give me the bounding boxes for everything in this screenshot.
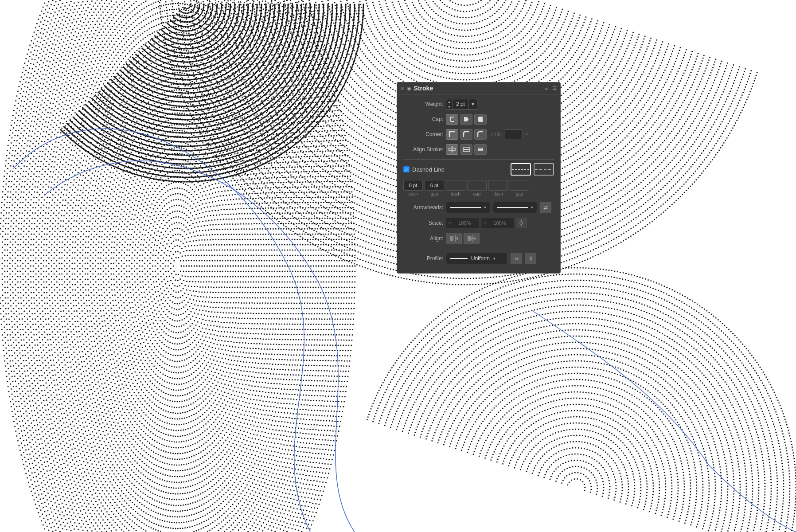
arrowhead-end-line (497, 207, 528, 208)
dash-sublabel-3: dash (493, 192, 503, 196)
arrowhead-swap-button[interactable]: ⇄ (540, 202, 551, 213)
gap-sublabel-1: gap (431, 192, 438, 196)
profile-dropdown-icon: ▾ (493, 256, 496, 261)
dashed-line-label: Dashed Line (412, 166, 445, 173)
dash-gap-row: dash gap dash gap dash gap (403, 180, 554, 196)
dash-field-3: dash (488, 180, 508, 196)
scale-input-1[interactable] (453, 218, 477, 228)
arrowhead-end-select[interactable]: ▾ (493, 202, 537, 213)
weight-spinner[interactable]: ▲ ▼ (446, 99, 453, 110)
gap-input-3[interactable] (510, 180, 529, 191)
align-row: Align: (403, 233, 554, 244)
arrowhead-end-dropdown-icon: ▾ (531, 205, 533, 210)
dash-pattern-button-1[interactable] (511, 163, 531, 176)
bevel-corner-button[interactable] (474, 129, 487, 140)
gap-field-3: gap (510, 180, 529, 196)
panel-menu-button[interactable]: ≡ (553, 84, 557, 92)
scale-input-group: ↺ ↺ (446, 218, 527, 228)
limit-close-icon[interactable]: × (525, 131, 528, 137)
weight-spinner-up[interactable]: ▲ (446, 99, 452, 104)
dash-pattern-buttons (511, 163, 554, 176)
dash-pattern-button-2[interactable] (534, 163, 554, 176)
gap-sublabel-2: gap (473, 192, 481, 196)
panel-collapse-button[interactable]: « (545, 85, 548, 92)
dash-field-2: dash (446, 180, 465, 196)
align-stroke-row: Align Stroke: (403, 144, 554, 155)
panel-title-icon: ◉ (407, 86, 411, 91)
scale-label: Scale: (403, 220, 443, 226)
arrowhead-start-line (450, 207, 481, 208)
weight-spinner-down[interactable]: ▼ (446, 104, 452, 110)
scale-row: Scale: ↺ ↺ (403, 218, 554, 228)
svg-rect-4 (478, 117, 479, 121)
svg-rect-5 (479, 117, 483, 122)
gap-input-1[interactable] (425, 180, 444, 191)
panel-titlebar: × ◉ Stroke « ≡ (397, 82, 560, 94)
panel-close-button[interactable]: × (401, 86, 404, 91)
profile-select[interactable]: Uniform ▾ (446, 253, 508, 264)
scale-input-2[interactable] (488, 218, 512, 228)
weight-value: 2 pt (453, 99, 468, 110)
gap-sublabel-3: gap (516, 192, 523, 196)
corner-row: Corner: Limit: (403, 129, 554, 140)
dashed-line-row: ✓ Dashed Line (403, 163, 554, 176)
gap-field-2: gap (467, 180, 487, 196)
dash-input-2[interactable] (446, 180, 465, 191)
cap-row: Cap: (403, 114, 554, 125)
stroke-panel: × ◉ Stroke « ≡ Weight: ▲ ▼ 2 pt ▾ Cap: (397, 82, 561, 274)
svg-rect-0 (450, 117, 451, 121)
dash-input-1[interactable] (403, 180, 423, 191)
dash-sublabel-2: dash (451, 192, 460, 196)
dashed-line-checkbox-label[interactable]: ✓ Dashed Line (403, 166, 445, 173)
arrowhead-start-select[interactable]: ▾ (446, 202, 490, 213)
profile-label: Profile: (403, 255, 443, 262)
arrowheads-row: Arrowheads: ▾ ▾ ⇄ (403, 202, 554, 213)
arrowheads-label: Arrowheads: (403, 204, 443, 211)
dash-field-1: dash (403, 180, 423, 196)
panel-titlebar-left: × ◉ Stroke (401, 85, 433, 92)
panel-title: Stroke (414, 85, 433, 92)
gap-field-1: gap (425, 180, 444, 196)
cap-label: Cap: (403, 116, 443, 122)
square-cap-button[interactable] (474, 114, 487, 125)
center-align-button[interactable] (446, 144, 458, 155)
round-corner-button[interactable] (460, 129, 472, 140)
align-button-1[interactable] (446, 233, 462, 244)
profile-flip-v-button[interactable]: ⇕ (525, 253, 536, 264)
corner-button-group (446, 129, 487, 140)
align-button-2[interactable] (464, 233, 480, 244)
limit-input[interactable] (505, 129, 523, 139)
gap-input-2[interactable] (467, 180, 487, 191)
align-label: Align: (403, 235, 443, 242)
dashed-line-checkbox[interactable]: ✓ (403, 166, 410, 172)
arrowhead-start-dropdown-icon: ▾ (484, 205, 486, 210)
limit-label: Limit: (489, 131, 502, 137)
svg-rect-3 (464, 117, 465, 121)
round-cap-button[interactable] (460, 114, 472, 125)
inside-align-button[interactable] (460, 144, 472, 155)
svg-rect-17 (450, 236, 453, 241)
profile-row: Profile: Uniform ▾ ⇔ ⇕ (403, 253, 554, 264)
butt-cap-button[interactable] (446, 114, 458, 125)
dash-input-3[interactable] (488, 180, 508, 191)
weight-unit-dropdown[interactable]: ▾ (468, 99, 477, 109)
corner-label: Corner: (403, 131, 443, 137)
panel-body: Weight: ▲ ▼ 2 pt ▾ Cap: (397, 94, 560, 273)
weight-label: Weight: (403, 101, 443, 107)
weight-input-group[interactable]: ▲ ▼ 2 pt ▾ (446, 99, 477, 110)
miter-corner-button[interactable] (446, 129, 458, 140)
dash-sublabel-1: dash (408, 192, 418, 196)
scale-link-button[interactable] (516, 218, 527, 228)
cap-button-group (446, 114, 487, 125)
profile-line (450, 258, 468, 259)
align-stroke-label: Align Stroke: (403, 146, 443, 153)
outside-align-button[interactable] (474, 144, 487, 155)
align-stroke-button-group (446, 144, 487, 155)
profile-flip-h-button[interactable]: ⇔ (511, 253, 522, 264)
panel-divider-1 (403, 159, 554, 160)
weight-row: Weight: ▲ ▼ 2 pt ▾ (403, 99, 554, 110)
panel-divider-2 (403, 249, 554, 249)
profile-value: Uniform (471, 255, 490, 262)
align-button-group (446, 233, 480, 244)
